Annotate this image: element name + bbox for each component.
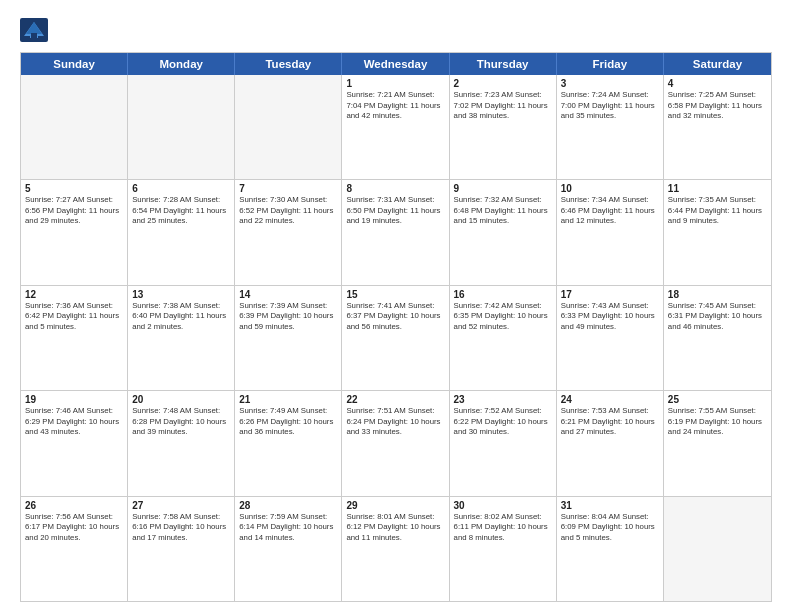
cell-info: Sunrise: 7:27 AM Sunset: 6:56 PM Dayligh… bbox=[25, 195, 123, 227]
cell-info: Sunrise: 7:21 AM Sunset: 7:04 PM Dayligh… bbox=[346, 90, 444, 122]
calendar-cell: 16Sunrise: 7:42 AM Sunset: 6:35 PM Dayli… bbox=[450, 286, 557, 390]
calendar-cell: 12Sunrise: 7:36 AM Sunset: 6:42 PM Dayli… bbox=[21, 286, 128, 390]
calendar-cell bbox=[235, 75, 342, 179]
svg-rect-3 bbox=[31, 33, 37, 38]
cell-day-number: 16 bbox=[454, 289, 552, 300]
cell-info: Sunrise: 7:46 AM Sunset: 6:29 PM Dayligh… bbox=[25, 406, 123, 438]
cell-info: Sunrise: 7:30 AM Sunset: 6:52 PM Dayligh… bbox=[239, 195, 337, 227]
cell-day-number: 20 bbox=[132, 394, 230, 405]
page: SundayMondayTuesdayWednesdayThursdayFrid… bbox=[0, 0, 792, 612]
calendar-cell: 9Sunrise: 7:32 AM Sunset: 6:48 PM Daylig… bbox=[450, 180, 557, 284]
calendar-cell: 31Sunrise: 8:04 AM Sunset: 6:09 PM Dayli… bbox=[557, 497, 664, 601]
calendar-cell: 21Sunrise: 7:49 AM Sunset: 6:26 PM Dayli… bbox=[235, 391, 342, 495]
week-row: 12Sunrise: 7:36 AM Sunset: 6:42 PM Dayli… bbox=[21, 286, 771, 391]
calendar: SundayMondayTuesdayWednesdayThursdayFrid… bbox=[20, 52, 772, 602]
day-header: Tuesday bbox=[235, 53, 342, 75]
calendar-cell: 17Sunrise: 7:43 AM Sunset: 6:33 PM Dayli… bbox=[557, 286, 664, 390]
cell-info: Sunrise: 7:53 AM Sunset: 6:21 PM Dayligh… bbox=[561, 406, 659, 438]
cell-day-number: 18 bbox=[668, 289, 767, 300]
calendar-cell: 23Sunrise: 7:52 AM Sunset: 6:22 PM Dayli… bbox=[450, 391, 557, 495]
calendar-cell: 30Sunrise: 8:02 AM Sunset: 6:11 PM Dayli… bbox=[450, 497, 557, 601]
cell-info: Sunrise: 7:35 AM Sunset: 6:44 PM Dayligh… bbox=[668, 195, 767, 227]
cell-day-number: 4 bbox=[668, 78, 767, 89]
cell-day-number: 1 bbox=[346, 78, 444, 89]
cell-info: Sunrise: 7:41 AM Sunset: 6:37 PM Dayligh… bbox=[346, 301, 444, 333]
calendar-cell: 4Sunrise: 7:25 AM Sunset: 6:58 PM Daylig… bbox=[664, 75, 771, 179]
cell-day-number: 31 bbox=[561, 500, 659, 511]
cell-info: Sunrise: 7:58 AM Sunset: 6:16 PM Dayligh… bbox=[132, 512, 230, 544]
calendar-cell: 28Sunrise: 7:59 AM Sunset: 6:14 PM Dayli… bbox=[235, 497, 342, 601]
calendar-cell: 7Sunrise: 7:30 AM Sunset: 6:52 PM Daylig… bbox=[235, 180, 342, 284]
calendar-cell: 10Sunrise: 7:34 AM Sunset: 6:46 PM Dayli… bbox=[557, 180, 664, 284]
cell-day-number: 12 bbox=[25, 289, 123, 300]
cell-info: Sunrise: 7:55 AM Sunset: 6:19 PM Dayligh… bbox=[668, 406, 767, 438]
header bbox=[20, 18, 772, 42]
day-header: Monday bbox=[128, 53, 235, 75]
cell-day-number: 19 bbox=[25, 394, 123, 405]
cell-day-number: 27 bbox=[132, 500, 230, 511]
cell-day-number: 14 bbox=[239, 289, 337, 300]
calendar-cell: 18Sunrise: 7:45 AM Sunset: 6:31 PM Dayli… bbox=[664, 286, 771, 390]
calendar-cell bbox=[664, 497, 771, 601]
cell-day-number: 8 bbox=[346, 183, 444, 194]
cell-day-number: 28 bbox=[239, 500, 337, 511]
cell-day-number: 25 bbox=[668, 394, 767, 405]
calendar-cell: 25Sunrise: 7:55 AM Sunset: 6:19 PM Dayli… bbox=[664, 391, 771, 495]
cell-day-number: 10 bbox=[561, 183, 659, 194]
calendar-cell: 15Sunrise: 7:41 AM Sunset: 6:37 PM Dayli… bbox=[342, 286, 449, 390]
cell-day-number: 23 bbox=[454, 394, 552, 405]
calendar-cell: 8Sunrise: 7:31 AM Sunset: 6:50 PM Daylig… bbox=[342, 180, 449, 284]
week-row: 1Sunrise: 7:21 AM Sunset: 7:04 PM Daylig… bbox=[21, 75, 771, 180]
calendar-cell: 20Sunrise: 7:48 AM Sunset: 6:28 PM Dayli… bbox=[128, 391, 235, 495]
cell-day-number: 9 bbox=[454, 183, 552, 194]
calendar-cell: 11Sunrise: 7:35 AM Sunset: 6:44 PM Dayli… bbox=[664, 180, 771, 284]
cell-info: Sunrise: 7:34 AM Sunset: 6:46 PM Dayligh… bbox=[561, 195, 659, 227]
week-row: 26Sunrise: 7:56 AM Sunset: 6:17 PM Dayli… bbox=[21, 497, 771, 601]
calendar-cell: 22Sunrise: 7:51 AM Sunset: 6:24 PM Dayli… bbox=[342, 391, 449, 495]
cell-day-number: 30 bbox=[454, 500, 552, 511]
cell-info: Sunrise: 8:01 AM Sunset: 6:12 PM Dayligh… bbox=[346, 512, 444, 544]
week-row: 19Sunrise: 7:46 AM Sunset: 6:29 PM Dayli… bbox=[21, 391, 771, 496]
cell-info: Sunrise: 7:25 AM Sunset: 6:58 PM Dayligh… bbox=[668, 90, 767, 122]
calendar-cell: 1Sunrise: 7:21 AM Sunset: 7:04 PM Daylig… bbox=[342, 75, 449, 179]
cell-day-number: 7 bbox=[239, 183, 337, 194]
cell-day-number: 11 bbox=[668, 183, 767, 194]
cell-info: Sunrise: 8:04 AM Sunset: 6:09 PM Dayligh… bbox=[561, 512, 659, 544]
cell-info: Sunrise: 7:43 AM Sunset: 6:33 PM Dayligh… bbox=[561, 301, 659, 333]
cell-info: Sunrise: 7:51 AM Sunset: 6:24 PM Dayligh… bbox=[346, 406, 444, 438]
calendar-cell: 6Sunrise: 7:28 AM Sunset: 6:54 PM Daylig… bbox=[128, 180, 235, 284]
cell-day-number: 26 bbox=[25, 500, 123, 511]
cell-info: Sunrise: 7:45 AM Sunset: 6:31 PM Dayligh… bbox=[668, 301, 767, 333]
cell-day-number: 17 bbox=[561, 289, 659, 300]
calendar-cell: 24Sunrise: 7:53 AM Sunset: 6:21 PM Dayli… bbox=[557, 391, 664, 495]
day-header: Saturday bbox=[664, 53, 771, 75]
calendar-cell: 2Sunrise: 7:23 AM Sunset: 7:02 PM Daylig… bbox=[450, 75, 557, 179]
cell-day-number: 24 bbox=[561, 394, 659, 405]
cell-day-number: 29 bbox=[346, 500, 444, 511]
logo bbox=[20, 18, 52, 42]
logo-icon bbox=[20, 18, 48, 42]
calendar-cell: 19Sunrise: 7:46 AM Sunset: 6:29 PM Dayli… bbox=[21, 391, 128, 495]
cell-info: Sunrise: 7:59 AM Sunset: 6:14 PM Dayligh… bbox=[239, 512, 337, 544]
cell-info: Sunrise: 7:36 AM Sunset: 6:42 PM Dayligh… bbox=[25, 301, 123, 333]
cell-info: Sunrise: 7:49 AM Sunset: 6:26 PM Dayligh… bbox=[239, 406, 337, 438]
cell-day-number: 13 bbox=[132, 289, 230, 300]
calendar-cell: 14Sunrise: 7:39 AM Sunset: 6:39 PM Dayli… bbox=[235, 286, 342, 390]
cell-day-number: 6 bbox=[132, 183, 230, 194]
cell-day-number: 2 bbox=[454, 78, 552, 89]
calendar-cell: 3Sunrise: 7:24 AM Sunset: 7:00 PM Daylig… bbox=[557, 75, 664, 179]
cell-info: Sunrise: 7:23 AM Sunset: 7:02 PM Dayligh… bbox=[454, 90, 552, 122]
cell-info: Sunrise: 7:38 AM Sunset: 6:40 PM Dayligh… bbox=[132, 301, 230, 333]
calendar-cell bbox=[128, 75, 235, 179]
cell-day-number: 3 bbox=[561, 78, 659, 89]
cell-info: Sunrise: 7:52 AM Sunset: 6:22 PM Dayligh… bbox=[454, 406, 552, 438]
day-header: Thursday bbox=[450, 53, 557, 75]
calendar-cell bbox=[21, 75, 128, 179]
calendar-cell: 26Sunrise: 7:56 AM Sunset: 6:17 PM Dayli… bbox=[21, 497, 128, 601]
cell-info: Sunrise: 7:42 AM Sunset: 6:35 PM Dayligh… bbox=[454, 301, 552, 333]
cell-info: Sunrise: 7:56 AM Sunset: 6:17 PM Dayligh… bbox=[25, 512, 123, 544]
calendar-body: 1Sunrise: 7:21 AM Sunset: 7:04 PM Daylig… bbox=[21, 75, 771, 601]
cell-info: Sunrise: 7:28 AM Sunset: 6:54 PM Dayligh… bbox=[132, 195, 230, 227]
week-row: 5Sunrise: 7:27 AM Sunset: 6:56 PM Daylig… bbox=[21, 180, 771, 285]
calendar-cell: 13Sunrise: 7:38 AM Sunset: 6:40 PM Dayli… bbox=[128, 286, 235, 390]
